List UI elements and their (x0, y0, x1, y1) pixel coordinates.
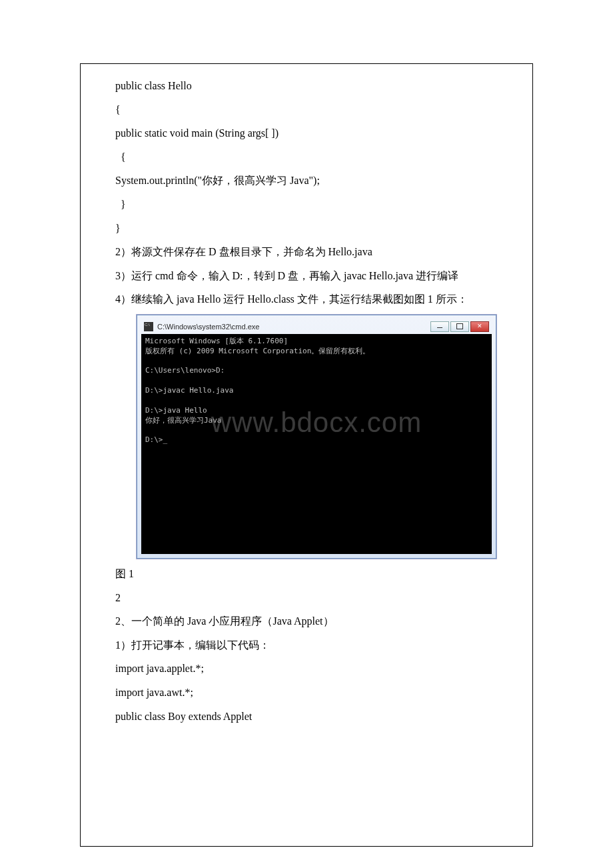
terminal-window: C:\Windows\system32\cmd.exe Microsoft Wi… (137, 315, 496, 559)
step-2: 2）将源文件保存在 D 盘根目录下，并命名为 Hello.java (94, 243, 519, 261)
terminal-line: 你好，很高兴学习Java (145, 416, 222, 425)
code-brace: } (115, 220, 519, 237)
section-num: 2 (94, 589, 519, 607)
code-line: public static void main (String args[ ]) (115, 125, 519, 142)
code-line: import java.applet.*; (94, 660, 519, 677)
section-2-title: 2、一个简单的 Java 小应用程序（Java Applet） (94, 613, 519, 630)
substep-1: 1）打开记事本，编辑以下代码： (94, 637, 519, 654)
maximize-button[interactable] (450, 321, 469, 332)
code-line: public class Hello (115, 77, 519, 95)
code-line: System.out.println("你好，很高兴学习 Java"); (115, 172, 519, 189)
code-line: import java.awt.*; (94, 684, 519, 701)
code-brace: { (115, 101, 519, 119)
terminal-line: C:\Users\lenovo>D: (145, 366, 225, 375)
step-3: 3）运行 cmd 命令，输入 D:，转到 D 盘，再输入 javac Hello… (94, 267, 519, 285)
terminal-prompt: D:\>_ (145, 435, 167, 444)
step-4: 4）继续输入 java Hello 运行 Hello.class 文件，其运行结… (94, 291, 519, 308)
terminal-body: Microsoft Windows [版本 6.1.7600] 版权所有 (c)… (141, 334, 492, 554)
terminal-title: C:\Windows\system32\cmd.exe (157, 323, 429, 331)
page-frame: public class Hello { public static void … (80, 63, 533, 847)
code-brace: } (121, 196, 519, 213)
code-brace: { (121, 149, 519, 166)
minimize-button[interactable] (430, 321, 449, 332)
terminal-line: D:\>javac Hello.java (145, 386, 233, 395)
cmd-icon (144, 322, 153, 331)
terminal-line: Microsoft Windows [版本 6.1.7600] (145, 337, 288, 345)
terminal-line: 版权所有 (c) 2009 Microsoft Corporation。保留所有… (145, 347, 370, 355)
code-line: public class Boy extends Applet (94, 708, 519, 725)
close-button[interactable] (470, 321, 489, 332)
terminal-titlebar: C:\Windows\system32\cmd.exe (141, 319, 492, 334)
terminal-line: D:\>java Hello (145, 406, 207, 415)
figure-caption: 图 1 (94, 565, 519, 583)
